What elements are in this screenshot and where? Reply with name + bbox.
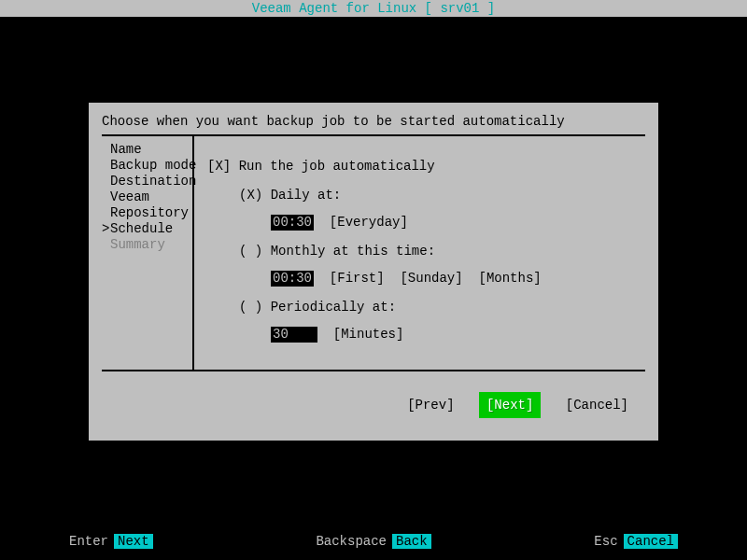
hint-esc: Esc Cancel — [594, 534, 678, 549]
periodic-unit-select[interactable]: [Minutes] — [333, 327, 404, 342]
daily-label: Daily at: — [271, 188, 342, 203]
wizard-step[interactable]: Veeam — [102, 189, 192, 205]
wizard-steps-sidebar: NameBackup modeDestinationVeeamRepositor… — [102, 136, 194, 370]
hint-esc-label: Cancel — [624, 534, 678, 549]
periodic-label: Periodically at: — [271, 300, 396, 315]
dialog-footer: [Prev] [Next] [Cancel] — [102, 370, 645, 427]
run-auto-checkbox[interactable]: [X] — [207, 159, 231, 174]
run-auto-label: Run the job automatically — [239, 159, 435, 174]
wizard-step[interactable]: >Schedule — [102, 221, 192, 237]
schedule-dialog: Choose when you want backup job to be st… — [89, 103, 658, 441]
wizard-step[interactable]: Backup mode — [102, 158, 192, 174]
hint-backspace-label: Back — [392, 534, 431, 549]
prev-button[interactable]: [Prev] — [400, 392, 461, 418]
hint-backspace: Backspace Back — [316, 534, 430, 549]
dialog-content: [X] Run the job automatically (X) Daily … — [194, 136, 645, 370]
periodic-value-input[interactable]: 30 — [271, 327, 317, 343]
wizard-step[interactable]: Repository — [102, 205, 192, 221]
monthly-time-input[interactable]: 00:30 — [271, 271, 314, 287]
dialog-title: Choose when you want backup job to be st… — [102, 112, 645, 136]
monthly-ordinal-select[interactable]: [First] — [330, 271, 385, 286]
wizard-step[interactable]: Destination — [102, 174, 192, 189]
monthly-label: Monthly at this time: — [271, 244, 435, 259]
daily-time-input[interactable]: 00:30 — [271, 215, 314, 231]
next-button[interactable]: [Next] — [479, 392, 541, 418]
cancel-button[interactable]: [Cancel] — [558, 392, 636, 418]
daily-radio[interactable]: (X) — [239, 188, 262, 203]
hint-enter-label: Next — [114, 534, 153, 549]
daily-frequency-select[interactable]: [Everyday] — [330, 215, 408, 230]
periodic-radio[interactable]: ( ) — [239, 300, 262, 315]
hint-enter: Enter Next — [69, 534, 153, 549]
monthly-day-select[interactable]: [Sunday] — [400, 271, 462, 286]
wizard-step[interactable]: Name — [102, 142, 192, 158]
monthly-radio[interactable]: ( ) — [239, 244, 262, 259]
keyboard-hint-bar: Enter Next Backspace Back Esc Cancel — [0, 534, 747, 549]
wizard-step[interactable]: Summary — [102, 237, 192, 253]
monthly-months-select[interactable]: [Months] — [478, 271, 541, 286]
title-bar: Veeam Agent for Linux [ srv01 ] — [0, 0, 747, 17]
